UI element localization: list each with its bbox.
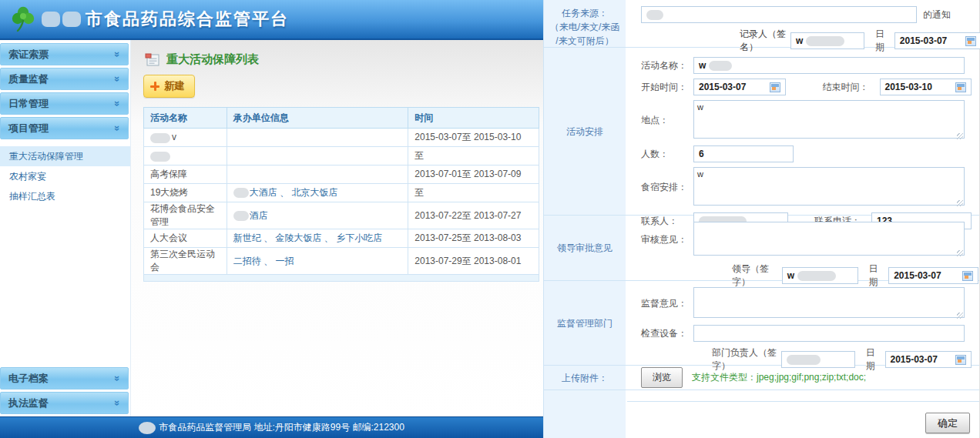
sidebar-item-chouyang-huizongbiao[interactable]: 抽样汇总表 [0,186,130,206]
clover-logo-icon [11,5,35,33]
app-header: 市食品药品综合监管平台 [0,0,543,40]
activity-name: 19大烧烤 [144,184,227,202]
review-textarea[interactable] [693,222,965,256]
date-value: 2015-03-07 [900,35,947,46]
sidebar-group-label: 索证索票 [8,48,49,62]
label-line: 任务来源： [562,6,608,20]
app-title-text: 市食品药品综合监管平台 [86,8,289,31]
resize-grip[interactable] [957,250,963,256]
new-button-label: 新建 [164,79,185,93]
section-label-task-source: 任务来源： （来电/来文/来函 /来文可附后） [544,0,627,47]
calendar-icon[interactable] [955,355,966,365]
table-row[interactable]: v 2015-03-07至 2015-03-10 [144,129,539,147]
activities-table: 活动名称 承办单位信息 时间 v 2015-03-07至 2015-03-10 [143,107,539,275]
place-textarea[interactable]: w [693,100,965,139]
unit-links[interactable]: 酒店 [250,210,268,221]
app-window: 市食品药品综合监管平台 索证索票 » 质量监督 » 日常管理 » 项目管理 [0,0,980,438]
page-title-header: 市食品药品综合监管平台 [42,8,289,31]
column-header-name[interactable]: 活动名称 [144,108,227,129]
activity-name-input[interactable]: w [693,57,965,74]
sidebar-item-xiangmu[interactable]: 项目管理 » [0,117,129,139]
time-cell: 至 [408,184,539,202]
document-icon [145,53,160,66]
calendar-icon[interactable] [955,82,966,92]
activity-name: v [172,132,176,142]
review-label: 审核意见： [641,233,693,246]
resize-grip[interactable] [957,133,963,139]
table-row[interactable]: 人大会议 新世纪 、 金陵大饭店 、 乡下小吃店 2013-07-25至 201… [144,229,539,248]
end-time-input[interactable]: 2015-03-10 [880,79,972,95]
recorder-value: w [796,35,803,46]
start-time-label: 开始时间： [641,81,693,94]
unit-links[interactable]: 新世纪 、 金陵大饭店 、 乡下小吃店 [233,232,382,243]
label-line: （来电/来文/来函 [550,20,620,34]
calendar-icon[interactable] [965,36,976,46]
section-leader-review: 领导审批意见 审核意见： 领导（签字） w 日期 2015-03-07 [544,216,979,281]
sidebar-item-richang[interactable]: 日常管理 » [0,92,129,115]
footer-bar: 市食品药品监督管理局 地址:丹阳市健康路99号 邮编:212300 [0,416,543,438]
table-row[interactable]: 至 [144,147,539,166]
unit-cell [227,147,408,166]
time-cell: 至 [408,147,539,166]
section-label-empty [544,390,627,438]
section-label-activity: 活动安排 [544,48,627,215]
browse-button[interactable]: 浏览 [641,367,683,388]
left-pane: 市食品药品综合监管平台 索证索票 » 质量监督 » 日常管理 » 项目管理 [0,0,543,438]
equip-input[interactable] [693,325,965,342]
sidebar-item-nongcun-jiayan[interactable]: 农村家宴 [0,166,130,186]
resize-grip[interactable] [957,313,963,319]
count-input[interactable] [693,145,794,162]
redacted-text [233,188,249,198]
chevron-down-icon: » [112,125,123,131]
plus-icon [150,82,159,91]
section-activity: 活动安排 活动名称： w 开始时间： 2015-03-07 结束时间： [544,48,979,216]
count-label: 人数： [641,148,693,161]
redacted-text [42,12,60,27]
board-textarea[interactable]: w [693,167,965,206]
table-row[interactable]: 花博会食品安全管理 酒店 2013-07-22至 2013-07-27 [144,202,539,229]
label-line: 活动安排 [566,125,603,139]
form-pane: 任务来源： （来电/来文/来函 /来文可附后） 的通知 记录人（签名） w [543,0,980,438]
new-button[interactable]: 新建 [143,75,195,98]
task-source-input[interactable] [641,6,917,23]
activity-name: 第三次全民运动会 [144,248,227,275]
label-line: 领导审批意见 [557,241,612,255]
redacted-text [806,36,844,46]
time-cell: 2013-07-29至 2013-08-01 [408,248,539,275]
sidebar-item-zhiliang[interactable]: 质量监督 » [0,68,129,90]
page-title-row: 重大活动保障列表 [145,52,539,67]
table-row[interactable]: 高考保障 2013-07-01至 2013-07-09 [144,166,539,184]
calendar-icon[interactable] [962,271,973,281]
date-value: 2015-03-07 [699,82,746,92]
calendar-icon[interactable] [770,82,780,92]
sidebar: 索证索票 » 质量监督 » 日常管理 » 项目管理 » 重大活动保障管理 农 [0,40,131,416]
sidebar-item-suozheng[interactable]: 索证索票 » [0,43,129,65]
resize-grip[interactable] [957,200,963,206]
section-dept: 监督管理部门 监督意见： 检查设备： 部门负责人（签字） 日期 [544,281,979,366]
sidebar-item-dianzi-dangan[interactable]: 电子档案 » [0,367,129,390]
sidebar-item-zhifa-jiandu[interactable]: 执法监督 » [0,392,129,414]
label-line: /来文可附后） [555,34,613,48]
redacted-text [150,152,170,162]
end-time-label: 结束时间： [823,81,869,94]
redacted-text [62,12,81,27]
table-row[interactable]: 第三次全民运动会 二招待 、 一招 2013-07-29至 2013-08-01 [144,248,539,275]
confirm-button[interactable]: 确定 [925,413,970,433]
left-body: 索证索票 » 质量监督 » 日常管理 » 项目管理 » 重大活动保障管理 农 [0,40,543,416]
column-header-time[interactable]: 时间 [408,108,539,129]
sidebar-spacer [0,206,130,367]
section-label-upload: 上传附件： [544,366,627,390]
start-time-input[interactable]: 2015-03-07 [693,79,786,95]
sidebar-group-label: 日常管理 [8,97,49,111]
unit-cell [227,166,408,184]
record-date-input[interactable]: 2015-03-07 [894,32,980,49]
column-header-unit[interactable]: 承办单位信息 [227,108,408,129]
sidebar-item-zhongda-huodong[interactable]: 重大活动保障管理 [0,146,130,166]
opinion-textarea[interactable] [693,287,965,318]
unit-links[interactable]: 大酒店 、 北京大饭店 [250,187,338,198]
unit-links[interactable]: 二招待 、 一招 [233,256,294,266]
recorder-input[interactable]: w [790,32,864,49]
redacted-text [139,422,156,434]
table-row[interactable]: 19大烧烤 大酒店 、 北京大饭店 至 [144,184,539,202]
table-header-row: 活动名称 承办单位信息 时间 [144,108,539,129]
